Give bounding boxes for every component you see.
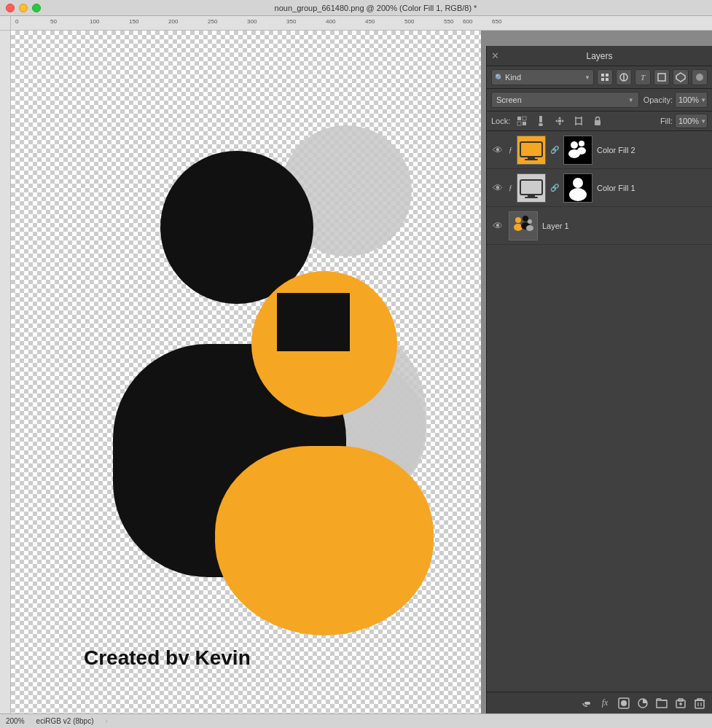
layer-visibility-toggle-0[interactable]: 👁	[491, 220, 504, 232]
filter-on-icon	[695, 72, 705, 82]
status-bar: 200% eciRGB v2 (8bpc) ›	[0, 713, 712, 728]
new-layer-button[interactable]	[673, 695, 689, 711]
svg-rect-12	[601, 74, 604, 77]
svg-rect-18	[658, 74, 665, 81]
svg-rect-63	[695, 700, 704, 708]
layer-visibility-toggle-2[interactable]: 👁	[491, 144, 504, 156]
svg-rect-15	[606, 78, 609, 81]
svg-point-54	[528, 219, 532, 224]
lock-artboard-btn[interactable]	[571, 114, 586, 128]
brush-icon	[536, 116, 545, 126]
lock-fill-row: Lock:	[487, 111, 712, 131]
layer-item-layer-1[interactable]: 👁 Layer 1	[487, 207, 712, 245]
mode-dropdown-label: Screen	[496, 95, 627, 104]
link-layers-button[interactable]	[578, 695, 594, 711]
svg-rect-45	[520, 180, 542, 195]
svg-marker-29	[555, 120, 558, 122]
ruler-tick: 650	[492, 18, 501, 25]
svg-rect-25	[539, 116, 542, 122]
minimize-button[interactable]	[19, 4, 28, 12]
panel-close-button[interactable]: ✕	[491, 50, 499, 61]
shape-icon	[657, 72, 667, 82]
ruler-corner	[0, 16, 11, 31]
ruler-tick: 0	[15, 18, 18, 25]
ruler-top: 0 50 100 150 200 250 300 350 400 450 500…	[11, 16, 712, 31]
svg-rect-14	[601, 78, 604, 81]
svg-rect-37	[595, 120, 600, 125]
pixel-icon	[600, 72, 610, 82]
svg-point-52	[523, 216, 528, 222]
opacity-label: Opacity:	[643, 95, 673, 104]
svg-point-50	[515, 217, 521, 223]
lock-transparent-btn[interactable]	[515, 114, 529, 128]
svg-rect-22	[523, 117, 526, 120]
layer-mask-thumb-1	[563, 173, 592, 203]
ruler-tick: 50	[50, 18, 57, 25]
kind-dropdown-arrow: ▼	[584, 74, 590, 81]
kind-dropdown[interactable]: 🔍 Kind ▼	[491, 69, 594, 85]
kind-dropdown-label: Kind	[505, 73, 584, 82]
svg-point-8	[215, 446, 434, 635]
close-button[interactable]	[6, 4, 15, 12]
svg-text:Created by Kevin: Created by Kevin	[84, 646, 251, 665]
filter-shape-btn[interactable]	[654, 69, 670, 85]
svg-point-49	[569, 188, 587, 201]
link-icon	[580, 697, 592, 709]
fx-icon: fx	[602, 697, 609, 708]
type-icon: T	[641, 73, 645, 82]
mode-opacity-row: Screen ▼ Opacity: 100% ▼	[487, 89, 712, 111]
filter-type-btn[interactable]: T	[635, 69, 651, 85]
title-bar: noun_group_661480.png @ 200% (Color Fill…	[0, 0, 712, 16]
search-icon: 🔍	[495, 74, 504, 82]
mode-dropdown[interactable]: Screen ▼	[491, 92, 639, 108]
lock-move-btn[interactable]	[552, 114, 567, 128]
delete-layer-button[interactable]	[692, 695, 708, 711]
window-title: noun_group_661480.png @ 200% (Color Fill…	[45, 4, 706, 12]
adjustment-layer-button[interactable]	[635, 695, 651, 711]
svg-rect-38	[520, 142, 542, 157]
layer-item-color-fill-1[interactable]: 👁 ƒ 🔗 Color Fill 1	[487, 169, 712, 207]
filter-pixel-btn[interactable]	[597, 69, 613, 85]
opacity-input[interactable]: 100% ▼	[675, 92, 708, 108]
layer-item-color-fill-2[interactable]: 👁 ƒ 🔗	[487, 131, 712, 169]
lock-all-btn[interactable]	[590, 114, 605, 128]
opacity-value: 100%	[678, 95, 699, 104]
layer-mask-button[interactable]	[616, 695, 632, 711]
ruler-tick: 500	[404, 18, 414, 25]
svg-rect-47	[525, 197, 538, 198]
svg-point-26	[539, 123, 543, 126]
svg-marker-30	[562, 120, 564, 122]
fill-group: Fill: 100% ▼	[660, 114, 708, 128]
ruler-left	[0, 31, 11, 713]
layer-visibility-toggle-1[interactable]: 👁	[491, 182, 504, 194]
filter-on-off-btn[interactable]	[692, 69, 708, 85]
svg-rect-46	[528, 195, 535, 197]
adjustment-layer-icon	[637, 697, 649, 709]
filter-adjustment-btn[interactable]	[616, 69, 632, 85]
group-layers-button[interactable]	[654, 695, 670, 711]
opacity-group: Opacity: 100% ▼	[643, 92, 708, 108]
mask-icon	[618, 697, 630, 709]
checkerboard-icon	[517, 116, 527, 126]
layer-fx-button[interactable]: fx	[597, 695, 613, 711]
layers-panel-header: ✕ Layers	[487, 46, 712, 66]
ruler-tick: 400	[326, 18, 335, 25]
lock-paint-btn[interactable]	[533, 114, 548, 128]
svg-point-41	[571, 141, 578, 149]
svg-marker-27	[558, 117, 561, 119]
layer-list: 👁 ƒ 🔗	[487, 131, 712, 692]
canvas-area: Created by Kevin from Noun Project	[11, 31, 481, 713]
layer-thumb-layer-1-svg	[511, 214, 536, 238]
color-profile: eciRGB v2 (8bpc)	[36, 717, 94, 725]
lock-label: Lock:	[491, 117, 510, 125]
new-layer-icon	[675, 697, 686, 709]
layer-thumb-color-fill-2-svg	[517, 136, 545, 164]
ruler-tick: 450	[365, 18, 375, 25]
filter-smartobject-btn[interactable]	[673, 69, 689, 85]
ruler-tick: 350	[286, 18, 296, 25]
ruler-tick: 150	[129, 18, 138, 25]
layer-thumb-color-fill-1-svg	[517, 174, 545, 202]
ruler-content: 0 50 100 150 200 250 300 350 400 450 500…	[11, 16, 712, 30]
fill-input[interactable]: 100% ▼	[675, 114, 708, 128]
fullscreen-button[interactable]	[32, 4, 41, 12]
